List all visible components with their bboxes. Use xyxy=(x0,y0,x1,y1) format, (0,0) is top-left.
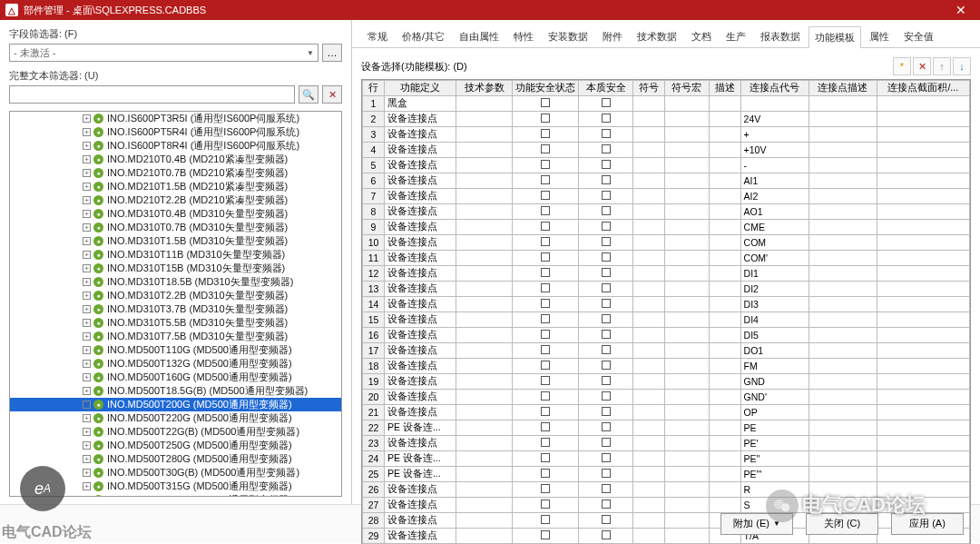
table-row[interactable]: 2设备连接点24V xyxy=(363,112,970,127)
tree-item[interactable]: +●INO.MD310T0.4B (MD310矢量型变频器) xyxy=(10,207,341,221)
checkbox[interactable] xyxy=(541,499,550,509)
table-row[interactable]: 29设备连接点T/A xyxy=(363,529,970,544)
column-header[interactable]: 功能安全状态 xyxy=(513,81,579,96)
tree-item[interactable]: +●INO.MD210T2.2B (MD210紧凑型变频器) xyxy=(10,193,341,207)
table-row[interactable]: 16设备连接点DI5 xyxy=(363,328,970,343)
table-row[interactable]: 18设备连接点FM xyxy=(363,359,970,374)
table-row[interactable]: 25PE 设备连...PE''' xyxy=(363,467,970,482)
expand-icon[interactable]: + xyxy=(83,155,91,163)
table-row[interactable]: 4设备连接点+10V xyxy=(363,143,970,158)
tree-item[interactable]: +●INO.MD500T280G (MD500通用型变频器) xyxy=(10,452,341,466)
column-header[interactable]: 连接点描述 xyxy=(808,81,877,96)
checkbox[interactable] xyxy=(602,114,611,123)
expand-icon[interactable]: + xyxy=(83,387,91,395)
column-header[interactable]: 符号宏 xyxy=(665,81,709,96)
checkbox[interactable] xyxy=(602,314,611,323)
close-icon[interactable]: ✕ xyxy=(947,3,975,17)
expand-icon[interactable]: + xyxy=(83,142,91,150)
expand-icon[interactable]: + xyxy=(83,128,91,136)
move-up-button[interactable]: ↑ xyxy=(933,57,951,75)
table-row[interactable]: 15设备连接点DI4 xyxy=(363,312,970,328)
checkbox[interactable] xyxy=(602,530,611,539)
checkbox[interactable] xyxy=(541,129,550,138)
table-row[interactable]: 11设备连接点COM' xyxy=(363,251,970,266)
tree-item[interactable]: +●INO.MD310T7.5B (MD310矢量型变频器) xyxy=(10,330,341,343)
checkbox[interactable] xyxy=(541,191,550,200)
tree-item[interactable]: +●INO.MD310T2.2B (MD310矢量型变频器) xyxy=(10,289,341,302)
table-row[interactable]: 12设备连接点DI1 xyxy=(363,266,970,282)
checkbox[interactable] xyxy=(541,376,550,385)
checkbox[interactable] xyxy=(602,345,611,354)
expand-icon[interactable]: + xyxy=(83,251,91,259)
expand-icon[interactable]: + xyxy=(83,169,91,177)
checkbox[interactable] xyxy=(602,283,611,292)
tab-2[interactable]: 自由属性 xyxy=(453,25,505,47)
expand-icon[interactable]: + xyxy=(83,332,91,341)
column-header[interactable]: 描述 xyxy=(709,81,740,96)
checkbox[interactable] xyxy=(541,283,550,292)
checkbox[interactable] xyxy=(602,191,611,200)
checkbox[interactable] xyxy=(541,422,550,431)
data-grid[interactable]: 行功能定义技术参数功能安全状态本质安全符号符号宏描述连接点代号连接点描述连接点截… xyxy=(361,79,971,544)
expand-icon[interactable]: + xyxy=(83,183,91,191)
checkbox[interactable] xyxy=(602,361,611,370)
checkbox[interactable] xyxy=(602,484,611,493)
tree-item[interactable]: +●INO.MD500T110G (MD500通用型变频器) xyxy=(10,343,341,357)
column-header[interactable]: 连接点截面积/... xyxy=(877,81,969,96)
tab-3[interactable]: 特性 xyxy=(507,25,540,47)
checkbox[interactable] xyxy=(602,422,611,431)
checkbox[interactable] xyxy=(602,499,611,509)
checkbox[interactable] xyxy=(541,299,550,308)
field-filter-combo[interactable]: - 未激活 - ▼ xyxy=(9,44,318,62)
table-row[interactable]: 10设备连接点COM xyxy=(363,235,970,251)
column-header[interactable]: 功能定义 xyxy=(385,81,456,96)
checkbox[interactable] xyxy=(602,206,611,215)
tab-5[interactable]: 附件 xyxy=(596,25,629,47)
expand-icon[interactable]: + xyxy=(83,278,91,286)
expand-icon[interactable]: + xyxy=(83,373,91,381)
table-row[interactable]: 28设备连接点T xyxy=(363,513,970,529)
tree-item[interactable]: +●INO.MD310T3.7B (MD310矢量型变频器) xyxy=(10,302,341,316)
expand-icon[interactable]: + xyxy=(83,223,91,232)
expand-icon[interactable]: + xyxy=(83,401,91,409)
table-row[interactable]: 6设备连接点AI1 xyxy=(363,173,970,189)
expand-icon[interactable]: + xyxy=(83,428,91,436)
clear-button[interactable]: ✕ xyxy=(322,85,342,104)
expand-icon[interactable]: + xyxy=(83,264,91,272)
close-button[interactable]: 关闭 (C) xyxy=(806,513,878,535)
tab-4[interactable]: 安装数据 xyxy=(542,25,594,47)
checkbox[interactable] xyxy=(602,407,611,416)
tree-item[interactable]: +●INO.MD500T160G (MD500通用型变频器) xyxy=(10,371,341,384)
checkbox[interactable] xyxy=(602,252,611,262)
search-button[interactable]: 🔍 xyxy=(299,85,318,104)
checkbox[interactable] xyxy=(602,222,611,231)
tree-item[interactable]: +●INO.MD210T0.7B (MD210紧凑型变频器) xyxy=(10,166,341,180)
checkbox[interactable] xyxy=(602,160,611,169)
tree-item[interactable]: +●INO.MD310T0.7B (MD310矢量型变频器) xyxy=(10,221,341,234)
table-row[interactable]: 26设备连接点R xyxy=(363,482,970,498)
expand-icon[interactable]: + xyxy=(83,414,91,422)
expand-icon[interactable]: + xyxy=(83,482,91,490)
tree-item[interactable]: +●INO.IS600PT8R4I (通用型IS600P伺服系统) xyxy=(10,139,341,153)
checkbox[interactable] xyxy=(602,144,611,153)
expand-icon[interactable]: + xyxy=(83,360,91,368)
checkbox[interactable] xyxy=(541,160,550,169)
expand-icon[interactable]: + xyxy=(83,455,91,463)
expand-icon[interactable]: + xyxy=(83,292,91,300)
checkbox[interactable] xyxy=(602,376,611,385)
table-row[interactable]: 23设备连接点PE' xyxy=(363,436,970,451)
checkbox[interactable] xyxy=(541,515,550,524)
checkbox[interactable] xyxy=(602,515,611,524)
column-header[interactable]: 连接点代号 xyxy=(740,81,808,96)
tree-item[interactable]: +●INO.MD310T11B (MD310矢量型变频器) xyxy=(10,248,341,262)
tree-item[interactable]: +●INO.MD500T18.5G(B) (MD500通用型变频器) xyxy=(10,384,341,398)
tree-item[interactable]: +●INO.MD500T30G(B) (MD500通用型变频器) xyxy=(10,466,341,480)
delete-row-button[interactable]: ✕ xyxy=(913,57,931,75)
tree-item[interactable]: +●INO.MD210T0.4B (MD210紧凑型变频器) xyxy=(10,153,341,166)
checkbox[interactable] xyxy=(541,175,550,184)
table-row[interactable]: 17设备连接点DO1 xyxy=(363,343,970,359)
checkbox[interactable] xyxy=(602,469,611,478)
full-text-input[interactable] xyxy=(9,85,295,104)
column-header[interactable]: 符号 xyxy=(633,81,665,96)
tree-item[interactable]: +●INO.IS600PT3R5I (通用型IS600P伺服系统) xyxy=(10,112,341,125)
